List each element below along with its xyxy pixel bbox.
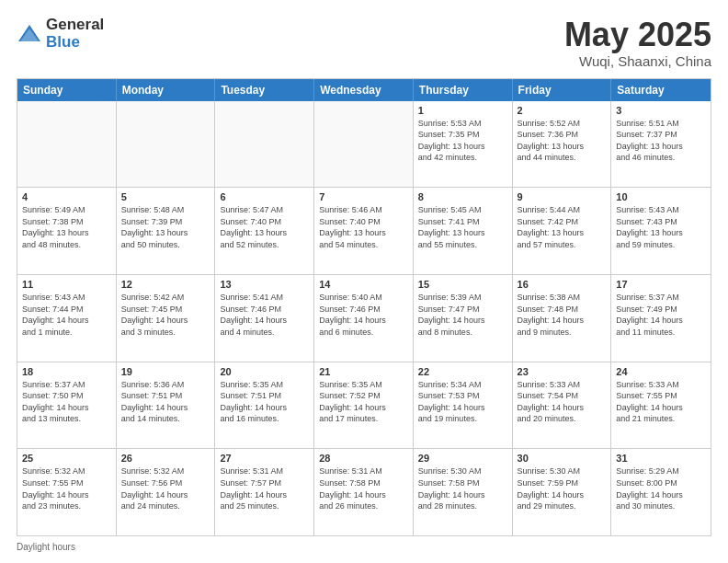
- day-info: Sunrise: 5:35 AM Sunset: 7:51 PM Dayligh…: [220, 379, 309, 425]
- day-info: Sunrise: 5:42 AM Sunset: 7:45 PM Dayligh…: [121, 292, 210, 338]
- day-info: Sunrise: 5:48 AM Sunset: 7:39 PM Dayligh…: [121, 204, 210, 250]
- day-info: Sunrise: 5:31 AM Sunset: 7:58 PM Dayligh…: [319, 465, 408, 511]
- day-info: Sunrise: 5:37 AM Sunset: 7:50 PM Dayligh…: [22, 379, 111, 425]
- day-cell: 29Sunrise: 5:30 AM Sunset: 7:58 PM Dayli…: [414, 449, 513, 535]
- day-info: Sunrise: 5:45 AM Sunset: 7:41 PM Dayligh…: [418, 204, 507, 250]
- day-number: 11: [22, 279, 111, 290]
- day-cell: 25Sunrise: 5:32 AM Sunset: 7:55 PM Dayli…: [17, 449, 117, 535]
- day-cell: 17Sunrise: 5:37 AM Sunset: 7:49 PM Dayli…: [611, 275, 711, 362]
- day-number: 18: [22, 366, 111, 377]
- calendar-body: 1Sunrise: 5:53 AM Sunset: 7:35 PM Daylig…: [17, 101, 711, 535]
- day-cell: 2Sunrise: 5:52 AM Sunset: 7:36 PM Daylig…: [513, 101, 612, 188]
- day-header-tuesday: Tuesday: [215, 79, 314, 101]
- day-number: 22: [418, 366, 507, 377]
- day-number: 25: [22, 453, 111, 464]
- week-row-1: 1Sunrise: 5:53 AM Sunset: 7:35 PM Daylig…: [17, 101, 711, 188]
- day-number: 8: [418, 191, 507, 202]
- day-number: 28: [319, 453, 408, 464]
- day-cell: 10Sunrise: 5:43 AM Sunset: 7:43 PM Dayli…: [611, 188, 711, 274]
- day-cell: 21Sunrise: 5:35 AM Sunset: 7:52 PM Dayli…: [314, 362, 414, 449]
- day-cell: 24Sunrise: 5:33 AM Sunset: 7:55 PM Dayli…: [611, 362, 711, 449]
- day-info: Sunrise: 5:49 AM Sunset: 7:38 PM Dayligh…: [22, 204, 111, 250]
- day-number: 9: [518, 191, 607, 202]
- day-cell: 15Sunrise: 5:39 AM Sunset: 7:47 PM Dayli…: [414, 275, 513, 362]
- day-number: 16: [518, 279, 607, 290]
- day-cell: 1Sunrise: 5:53 AM Sunset: 7:35 PM Daylig…: [414, 101, 513, 188]
- day-number: 2: [518, 105, 607, 116]
- day-header-friday: Friday: [513, 79, 612, 101]
- logo-general-text: General: [46, 17, 104, 34]
- day-info: Sunrise: 5:53 AM Sunset: 7:35 PM Dayligh…: [418, 118, 507, 164]
- day-info: Sunrise: 5:51 AM Sunset: 7:37 PM Dayligh…: [616, 118, 706, 164]
- day-info: Sunrise: 5:43 AM Sunset: 7:44 PM Dayligh…: [22, 292, 111, 338]
- day-info: Sunrise: 5:36 AM Sunset: 7:51 PM Dayligh…: [121, 379, 210, 425]
- day-number: 1: [418, 105, 507, 116]
- day-cell: 4Sunrise: 5:49 AM Sunset: 7:38 PM Daylig…: [17, 188, 117, 274]
- day-cell: 22Sunrise: 5:34 AM Sunset: 7:53 PM Dayli…: [414, 362, 513, 449]
- day-number: 23: [518, 366, 607, 377]
- day-number: 7: [319, 191, 408, 202]
- week-row-3: 11Sunrise: 5:43 AM Sunset: 7:44 PM Dayli…: [17, 274, 711, 362]
- day-number: 30: [518, 453, 607, 464]
- header: General Blue May 2025 Wuqi, Shaanxi, Chi…: [17, 17, 711, 69]
- day-info: Sunrise: 5:37 AM Sunset: 7:49 PM Dayligh…: [616, 292, 706, 338]
- day-number: 10: [616, 191, 706, 202]
- day-info: Sunrise: 5:29 AM Sunset: 8:00 PM Dayligh…: [616, 465, 706, 511]
- logo: General Blue: [17, 17, 104, 51]
- day-cell: 23Sunrise: 5:33 AM Sunset: 7:54 PM Dayli…: [513, 362, 612, 449]
- day-info: Sunrise: 5:30 AM Sunset: 7:59 PM Dayligh…: [518, 465, 607, 511]
- day-info: Sunrise: 5:32 AM Sunset: 7:55 PM Dayligh…: [22, 465, 111, 511]
- day-cell: 7Sunrise: 5:46 AM Sunset: 7:40 PM Daylig…: [314, 188, 414, 274]
- day-number: 14: [319, 279, 408, 290]
- footer: Daylight hours: [17, 542, 711, 552]
- day-info: Sunrise: 5:31 AM Sunset: 7:57 PM Dayligh…: [220, 465, 309, 511]
- day-number: 26: [121, 453, 210, 464]
- day-info: Sunrise: 5:41 AM Sunset: 7:46 PM Dayligh…: [220, 292, 309, 338]
- day-header-thursday: Thursday: [414, 79, 513, 101]
- day-cell: 5Sunrise: 5:48 AM Sunset: 7:39 PM Daylig…: [117, 188, 216, 274]
- day-cell: 3Sunrise: 5:51 AM Sunset: 7:37 PM Daylig…: [611, 101, 711, 188]
- day-header-wednesday: Wednesday: [314, 79, 414, 101]
- day-info: Sunrise: 5:39 AM Sunset: 7:47 PM Dayligh…: [418, 292, 507, 338]
- week-row-4: 18Sunrise: 5:37 AM Sunset: 7:50 PM Dayli…: [17, 362, 711, 449]
- day-header-saturday: Saturday: [611, 79, 711, 101]
- day-number: 5: [121, 191, 210, 202]
- day-cell: 12Sunrise: 5:42 AM Sunset: 7:45 PM Dayli…: [117, 275, 216, 362]
- day-info: Sunrise: 5:35 AM Sunset: 7:52 PM Dayligh…: [319, 379, 408, 425]
- day-cell: 18Sunrise: 5:37 AM Sunset: 7:50 PM Dayli…: [17, 362, 117, 449]
- day-info: Sunrise: 5:47 AM Sunset: 7:40 PM Dayligh…: [220, 204, 309, 250]
- week-row-2: 4Sunrise: 5:49 AM Sunset: 7:38 PM Daylig…: [17, 187, 711, 274]
- day-number: 24: [616, 366, 706, 377]
- day-cell: 28Sunrise: 5:31 AM Sunset: 7:58 PM Dayli…: [314, 449, 414, 535]
- day-number: 4: [22, 191, 111, 202]
- day-info: Sunrise: 5:33 AM Sunset: 7:54 PM Dayligh…: [518, 379, 607, 425]
- day-cell: 31Sunrise: 5:29 AM Sunset: 8:00 PM Dayli…: [611, 449, 711, 535]
- day-cell: 16Sunrise: 5:38 AM Sunset: 7:48 PM Dayli…: [513, 275, 612, 362]
- day-number: 19: [121, 366, 210, 377]
- day-cell: 20Sunrise: 5:35 AM Sunset: 7:51 PM Dayli…: [215, 362, 314, 449]
- day-number: 3: [616, 105, 706, 116]
- day-cell: [215, 101, 314, 188]
- logo-text: General Blue: [46, 17, 104, 51]
- day-number: 20: [220, 366, 309, 377]
- day-cell: 30Sunrise: 5:30 AM Sunset: 7:59 PM Dayli…: [513, 449, 612, 535]
- day-number: 13: [220, 279, 309, 290]
- day-info: Sunrise: 5:33 AM Sunset: 7:55 PM Dayligh…: [616, 379, 706, 425]
- logo-icon: [17, 21, 42, 47]
- day-cell: 6Sunrise: 5:47 AM Sunset: 7:40 PM Daylig…: [215, 188, 314, 274]
- day-number: 27: [220, 453, 309, 464]
- day-info: Sunrise: 5:40 AM Sunset: 7:46 PM Dayligh…: [319, 292, 408, 338]
- day-info: Sunrise: 5:44 AM Sunset: 7:42 PM Dayligh…: [518, 204, 607, 250]
- day-cell: 27Sunrise: 5:31 AM Sunset: 7:57 PM Dayli…: [215, 449, 314, 535]
- calendar-page: General Blue May 2025 Wuqi, Shaanxi, Chi…: [0, 0, 728, 563]
- day-cell: 19Sunrise: 5:36 AM Sunset: 7:51 PM Dayli…: [117, 362, 216, 449]
- day-number: 6: [220, 191, 309, 202]
- day-info: Sunrise: 5:38 AM Sunset: 7:48 PM Dayligh…: [518, 292, 607, 338]
- day-cell: 14Sunrise: 5:40 AM Sunset: 7:46 PM Dayli…: [314, 275, 414, 362]
- calendar: SundayMondayTuesdayWednesdayThursdayFrid…: [17, 78, 711, 536]
- day-number: 29: [418, 453, 507, 464]
- day-cell: 8Sunrise: 5:45 AM Sunset: 7:41 PM Daylig…: [414, 188, 513, 274]
- day-info: Sunrise: 5:32 AM Sunset: 7:56 PM Dayligh…: [121, 465, 210, 511]
- title-location: Wuqi, Shaanxi, China: [564, 53, 711, 69]
- title-block: May 2025 Wuqi, Shaanxi, China: [564, 17, 711, 69]
